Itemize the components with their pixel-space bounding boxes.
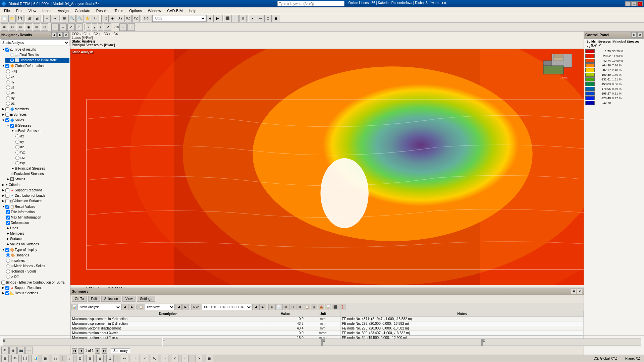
page-first-button[interactable]: |◀: [72, 348, 77, 354]
print2-button[interactable]: 🖨: [34, 15, 41, 22]
view3d-button[interactable]: ◈: [109, 15, 116, 22]
tree-phiz[interactable]: φz: [5, 101, 69, 106]
tree-sig-x[interactable]: σx: [15, 134, 69, 139]
cp-btn3[interactable]: ⊟: [322, 339, 482, 346]
toggle-surfaces[interactable]: ▶: [1, 113, 5, 117]
uz-radio[interactable]: [6, 85, 10, 89]
tree-distribution-of-loads[interactable]: ▶ 🔹 Distribution of Loads: [1, 193, 69, 198]
page-next-button[interactable]: ▶: [95, 348, 100, 354]
summary-analysis-select[interactable]: Static Analysis: [77, 304, 121, 310]
tree-ribs[interactable]: ⊞ Ribs - Effective Contribution on Surfa…: [1, 280, 69, 285]
tab-goto[interactable]: Go To: [72, 296, 87, 302]
tb2-btn9[interactable]: ⤢: [67, 23, 75, 31]
status-check-icon[interactable]: ✓: [141, 355, 148, 362]
menu-help[interactable]: Help: [186, 8, 199, 13]
surface-button[interactable]: ◻: [264, 15, 272, 22]
save-button[interactable]: 💾: [16, 15, 23, 22]
tod-check[interactable]: [5, 248, 9, 252]
mmi-check[interactable]: [6, 216, 10, 220]
tree-mesh-nodes-solids[interactable]: ⊞ Mesh Nodes - Solids: [5, 263, 69, 269]
status-btn11[interactable]: ⊗: [106, 355, 114, 362]
tree-result-sections[interactable]: ▶ 📐 Result Sections: [1, 291, 69, 296]
tree-surfaces-rv[interactable]: ▶ Surfaces: [5, 236, 69, 242]
isolines-radio[interactable]: [6, 259, 10, 263]
phix-radio[interactable]: [6, 91, 10, 95]
menu-cad-bim[interactable]: CAD-BIM: [164, 8, 185, 13]
zoom-minus-button[interactable]: -: [119, 23, 127, 31]
zoom-out-button[interactable]: 🔍: [76, 15, 84, 22]
maximize-button[interactable]: □: [631, 1, 637, 6]
toggle-strains[interactable]: ▶: [6, 177, 10, 181]
bsum-tool8-button[interactable]: 📤: [318, 304, 324, 310]
tree-global-deformations[interactable]: ▼ 🔶 Global Deformations: [1, 63, 69, 69]
support-reactions-check[interactable]: [5, 188, 9, 192]
tree-deformation[interactable]: Deformation: [5, 220, 69, 226]
tb2-btn4[interactable]: ◉: [25, 23, 32, 31]
sr2-check[interactable]: [5, 286, 9, 290]
tau-xy-radio[interactable]: [15, 161, 19, 165]
node-button[interactable]: •: [249, 15, 256, 22]
toggle-rs[interactable]: ▶: [1, 291, 5, 295]
tree-members[interactable]: ▶ 🔷 Members: [1, 107, 69, 112]
members-check[interactable]: [5, 107, 9, 111]
minimize-button[interactable]: —: [625, 1, 631, 6]
view-xy-button[interactable]: XY: [117, 15, 124, 22]
tree-support-reactions2[interactable]: ▶ 🔺 Support Reactions: [1, 285, 69, 291]
undo-button[interactable]: ↩: [43, 15, 51, 22]
tree-result-values[interactable]: ▼ 📋 Result Values: [1, 204, 69, 209]
bsum-next2-button[interactable]: ▶: [182, 304, 189, 310]
print-button[interactable]: 🖨: [26, 15, 33, 22]
status-btn2[interactable]: 👁: [11, 355, 19, 362]
toggle-members[interactable]: ▶: [1, 107, 5, 111]
tree-equivalent-stresses[interactable]: ⊞ Equivalent Stresses: [10, 171, 69, 177]
tau-xz-radio[interactable]: [15, 156, 19, 160]
tree-values-on-surfaces[interactable]: ▶ ◻ Values on Surfaces: [1, 198, 69, 204]
status-btn5[interactable]: ⊞: [42, 355, 49, 362]
type-of-results-check[interactable]: [5, 48, 9, 52]
bsum-tool4-button[interactable]: ⊟: [289, 304, 296, 310]
solids-check[interactable]: [5, 118, 9, 122]
search-input[interactable]: [277, 1, 344, 6]
tree-phiy[interactable]: φy: [5, 96, 69, 101]
final-results-radio[interactable]: [10, 53, 14, 57]
bsum-tool11-button[interactable]: ❓: [339, 304, 345, 310]
pan-button[interactable]: ✋: [84, 15, 91, 22]
nav-prev-button[interactable]: ◀: [51, 32, 57, 38]
status-circle-icon[interactable]: ○: [131, 355, 138, 362]
tree-ux[interactable]: ux: [5, 74, 69, 79]
summary-lc-select[interactable]: CO2 LC1 + LC2 + LC3 + LC4: [202, 304, 252, 310]
cp-btn1[interactable]: ⊞: [3, 339, 162, 346]
tree-tau-yz[interactable]: τyz: [15, 150, 69, 155]
tree-tau-xz[interactable]: τxz: [15, 155, 69, 161]
render-button[interactable]: ⬛: [224, 15, 231, 22]
toggle-surfaces-rv[interactable]: ▶: [6, 237, 10, 241]
tree-members-rv[interactable]: ▶ Members: [5, 231, 69, 236]
cp-expand-button[interactable]: ⊞: [631, 32, 637, 38]
menu-options[interactable]: Options: [126, 8, 145, 13]
bsum-next-button[interactable]: ▶: [128, 304, 135, 310]
tb2-btn10[interactable]: ⊿: [75, 23, 83, 31]
analysis-type-select[interactable]: Static Analysis: [1, 39, 69, 46]
menu-view[interactable]: View: [26, 8, 39, 13]
status-btn1[interactable]: ⊞: [1, 355, 9, 362]
toggle-gd[interactable]: ▼: [1, 64, 5, 68]
bottom-expand-button[interactable]: ⊞: [571, 289, 576, 294]
tree-differences[interactable]: 📊 Differences to initial state: [5, 58, 69, 63]
tree-sig-z[interactable]: σz: [15, 144, 69, 150]
mesh-button[interactable]: ⊞: [239, 15, 247, 22]
bsum-prev-button[interactable]: ◀: [121, 304, 128, 310]
zoom-plus-button[interactable]: +: [127, 23, 135, 31]
toggle-sr2[interactable]: ▶: [1, 286, 5, 290]
view-yz-button[interactable]: YZ: [132, 15, 140, 22]
phiz-radio[interactable]: [6, 102, 10, 106]
tree-type-of-results[interactable]: ▼ 🗂 Type of results: [1, 47, 69, 52]
u-radio[interactable]: [6, 69, 10, 73]
sig-y-radio[interactable]: [15, 140, 19, 144]
tb2-btn6[interactable]: ⊟: [41, 23, 48, 31]
toggle-solids[interactable]: ▼: [1, 118, 5, 122]
tree-uz[interactable]: uz: [5, 85, 69, 90]
tb2-btn2[interactable]: ⊖: [9, 23, 16, 31]
tb2-btn12[interactable]: y: [92, 23, 97, 31]
tree-criteria[interactable]: ▶ ✦ Criteria: [1, 182, 69, 188]
tb2-btn7[interactable]: ↕: [51, 23, 59, 31]
